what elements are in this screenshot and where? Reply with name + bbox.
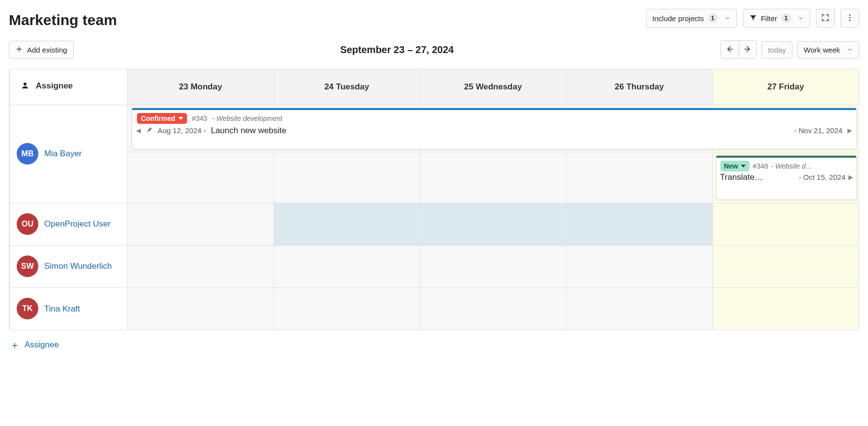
fullscreen-button[interactable] <box>816 9 835 28</box>
day-header: 25 Wednesday <box>420 69 566 105</box>
day-cell-today[interactable]: New #348 - Website de… Translate … <box>712 152 859 203</box>
work-package-subject: Translate … <box>720 172 764 182</box>
avatar[interactable]: TK <box>17 298 38 319</box>
svg-point-1 <box>849 17 851 18</box>
day-header: 24 Tuesday <box>273 69 420 105</box>
add-assignee-label: Assignee <box>25 340 59 350</box>
day-cell[interactable] <box>128 203 274 245</box>
end-date: - Oct 15, 2024 <box>799 173 845 181</box>
prev-week-button[interactable] <box>721 41 738 58</box>
day-cell[interactable] <box>420 203 566 245</box>
arrow-right-icon: ▶ <box>848 173 853 181</box>
day-header: 23 Monday <box>128 69 274 105</box>
status-badge[interactable]: Confirmed <box>137 113 187 124</box>
work-package-project: - Website development <box>212 114 282 122</box>
day-cell[interactable] <box>273 287 420 330</box>
work-package-subject: Launch new website <box>211 126 286 136</box>
add-existing-button[interactable]: Add existing <box>9 41 74 59</box>
plus-icon: ＋ <box>10 340 20 350</box>
team-planner-table: Assignee 23 Monday 24 Tuesday 25 Wednesd… <box>9 69 859 330</box>
end-date: - Nov 21, 2024 <box>794 126 842 135</box>
view-mode-label: Work week <box>804 46 840 54</box>
day-cell[interactable] <box>420 287 566 330</box>
assignee-link[interactable]: Simon Wunderlich <box>44 261 112 271</box>
status-label: New <box>724 162 738 170</box>
more-menu-button[interactable] <box>841 9 859 28</box>
svg-point-2 <box>849 19 851 21</box>
assignee-cell: TK Tina Kraft <box>10 287 128 330</box>
start-date: Aug 12, 2024 - <box>158 126 206 135</box>
plus-icon <box>15 45 23 55</box>
day-cell[interactable] <box>273 203 420 245</box>
date-nav <box>720 40 757 59</box>
day-cell[interactable] <box>420 152 566 203</box>
assignee-cell: OU OpenProject User <box>10 203 128 245</box>
fullscreen-icon <box>821 13 830 24</box>
today-button[interactable]: today <box>761 41 792 58</box>
day-header-today: 27 Friday <box>712 69 859 105</box>
status-label: Confirmed <box>141 114 175 122</box>
assignee-cell: SW Simon Wunderlich <box>10 245 128 287</box>
filter-count: 1 <box>781 13 791 23</box>
day-cell[interactable] <box>566 203 712 245</box>
work-package-card[interactable]: New #348 - Website de… Translate … <box>716 155 857 200</box>
chevron-down-icon <box>798 14 804 23</box>
include-projects-label: Include projects <box>652 14 704 23</box>
avatar[interactable]: OU <box>17 213 38 235</box>
day-cell[interactable] <box>128 287 274 330</box>
person-icon <box>21 83 32 92</box>
assignee-column-header: Assignee <box>10 69 128 105</box>
day-cell[interactable] <box>566 245 712 287</box>
assignee-link[interactable]: Tina Kraft <box>44 304 80 314</box>
day-cell[interactable] <box>273 152 420 203</box>
day-header: 26 Thursday <box>566 69 712 105</box>
arrow-left-icon: ◀ <box>136 127 141 134</box>
work-package-id: #343 <box>192 114 207 122</box>
pin-icon <box>146 126 153 135</box>
day-cell[interactable] <box>566 287 712 330</box>
day-cell[interactable] <box>128 152 274 203</box>
assignee-cell: MB Mia Bayer <box>10 105 128 203</box>
assignee-header-label: Assignee <box>36 81 73 90</box>
day-cell[interactable] <box>128 245 274 287</box>
work-package-id: #348 <box>753 162 768 170</box>
kebab-icon <box>845 13 854 24</box>
arrow-right-icon <box>743 45 752 55</box>
include-projects-count: 1 <box>708 13 718 23</box>
assignee-link[interactable]: Mia Bayer <box>44 148 82 159</box>
day-overlay[interactable]: Confirmed #343 - Website development ◀ <box>128 105 859 152</box>
day-cell[interactable] <box>420 245 566 287</box>
chevron-down-icon <box>741 165 746 168</box>
day-cell-today[interactable] <box>712 245 859 287</box>
avatar[interactable]: MB <box>17 143 38 165</box>
filter-icon <box>749 14 757 23</box>
next-week-button[interactable] <box>738 41 756 58</box>
top-actions: Include projects 1 Filter 1 <box>646 9 859 28</box>
status-badge[interactable]: New <box>720 161 750 171</box>
page-title: Marketing team <box>9 12 117 28</box>
date-range: September 23 – 27, 2024 <box>74 44 721 56</box>
add-assignee-button[interactable]: ＋ Assignee <box>9 338 60 352</box>
filter-button[interactable]: Filter 1 <box>743 9 810 28</box>
chevron-down-icon <box>178 117 183 120</box>
work-package-card[interactable]: Confirmed #343 - Website development ◀ <box>132 108 857 149</box>
avatar[interactable]: SW <box>17 256 38 277</box>
assignee-link[interactable]: OpenProject User <box>44 219 110 229</box>
chevron-down-icon <box>847 46 853 54</box>
day-cell-today[interactable] <box>712 287 859 330</box>
include-projects-button[interactable]: Include projects 1 <box>646 9 737 28</box>
day-cell-today[interactable] <box>712 203 859 245</box>
filter-label: Filter <box>761 14 777 23</box>
day-cell[interactable] <box>566 152 712 203</box>
today-label: today <box>768 46 786 54</box>
arrow-left-icon <box>725 45 734 55</box>
arrow-right-icon: ▶ <box>847 127 852 134</box>
day-cell[interactable] <box>273 245 420 287</box>
add-existing-label: Add existing <box>27 46 67 54</box>
svg-point-0 <box>849 14 851 16</box>
work-package-project: - Website de… <box>771 162 815 170</box>
chevron-down-icon <box>725 14 731 23</box>
svg-point-3 <box>24 83 27 85</box>
view-mode-select[interactable]: Work week <box>797 41 859 58</box>
